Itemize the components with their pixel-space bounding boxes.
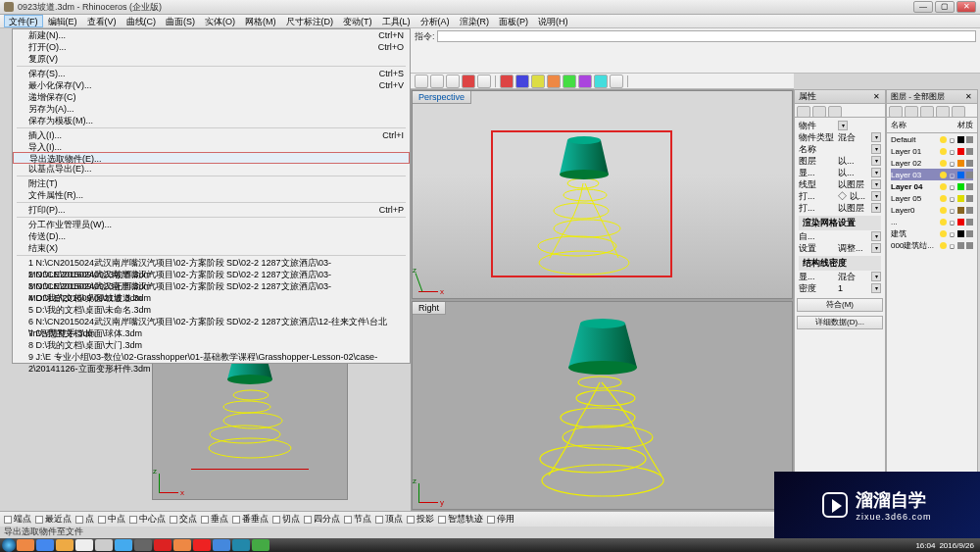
maximize-button[interactable]: ▢ (935, 1, 955, 13)
prop-dropdown[interactable]: ▾ (871, 144, 881, 154)
prop-dropdown[interactable]: ▾ (871, 283, 881, 293)
prop-dropdown[interactable]: ▾ (871, 132, 881, 142)
tb-icon-5[interactable] (500, 75, 514, 88)
layer-row[interactable]: 000建筑结...◻ (891, 239, 973, 251)
bulb-icon[interactable] (940, 148, 947, 155)
material-swatch[interactable] (966, 230, 973, 237)
osnap-check[interactable]: 顶点 (375, 513, 403, 526)
osnap-check[interactable]: 点 (75, 513, 94, 526)
dropdown-item[interactable]: 保存(S)...Ctrl+S (13, 68, 410, 79)
dropdown-item[interactable]: 5 D:\我的文档\桌面\未命名.3dm (13, 304, 410, 316)
type-dropdown[interactable]: ▾ (838, 121, 848, 130)
color-swatch[interactable] (957, 242, 964, 249)
osnap-check[interactable]: 停用 (487, 513, 514, 526)
viewport-right[interactable]: Right (412, 301, 793, 510)
layer-row[interactable]: 建筑◻ (891, 227, 973, 239)
material-swatch[interactable] (966, 172, 973, 178)
osnap-check[interactable]: 投影 (407, 513, 434, 526)
osnap-check[interactable]: 中心点 (129, 513, 166, 526)
menu-render[interactable]: 渲染(R) (455, 15, 495, 27)
lock-icon[interactable]: ◻ (949, 230, 956, 237)
prop-dropdown[interactable]: ▾ (871, 243, 881, 253)
osnap-check[interactable]: 切点 (272, 513, 300, 526)
minimize-button[interactable]: — (913, 1, 933, 13)
layers-close-icon[interactable]: ✕ (963, 92, 973, 102)
layer-row[interactable]: Layer 04◻ (891, 180, 973, 192)
layer-row[interactable]: Layer 01◻ (891, 145, 973, 157)
props-close-icon[interactable]: ✕ (871, 92, 881, 102)
props-tab-3[interactable] (828, 106, 842, 118)
tb-icon-10[interactable] (578, 75, 592, 88)
lock-icon[interactable]: ◻ (949, 160, 956, 167)
tb-icon-red[interactable] (462, 75, 475, 88)
osnap-check[interactable]: 节点 (344, 513, 371, 526)
prop-dropdown[interactable]: ▾ (871, 272, 881, 281)
dropdown-item[interactable]: 2 N:\CN2015024武汉南岸嘴汉汽项目\02-方案阶段 SD\02-2 … (13, 269, 410, 280)
prop-dropdown[interactable]: ▾ (871, 203, 881, 213)
dropdown-item[interactable]: 1 N:\CN2015024武汉南岸嘴汉汽项目\02-方案阶段 SD\02-2 … (13, 257, 410, 269)
dropdown-item[interactable]: 传送(D)... (13, 230, 410, 242)
props-tab-2[interactable] (812, 106, 826, 118)
dropdown-item[interactable]: 另存为(A)... (13, 103, 410, 115)
bulb-icon[interactable] (940, 172, 947, 178)
task-icon-4[interactable] (75, 539, 93, 551)
material-swatch[interactable] (966, 183, 973, 190)
osnap-check[interactable]: 交点 (170, 513, 197, 526)
dropdown-item[interactable]: 新建(N)...Ctrl+N (13, 29, 410, 41)
prop-dropdown[interactable]: ▾ (871, 156, 881, 166)
task-icon-5[interactable] (95, 539, 113, 551)
lock-icon[interactable]: ◻ (949, 207, 956, 214)
menu-help[interactable]: 说明(H) (533, 15, 573, 27)
layer-row[interactable]: Layer 02◻ (891, 157, 973, 169)
color-swatch[interactable] (957, 148, 964, 155)
layer-row[interactable]: Layer 05◻ (891, 192, 973, 204)
menu-analyze[interactable]: 分析(A) (416, 15, 455, 27)
dropdown-item[interactable]: 插入(I)...Ctrl+I (13, 129, 410, 141)
menu-file[interactable]: 文件(F) (4, 15, 43, 27)
dropdown-item[interactable]: 打印(P)...Ctrl+P (13, 204, 410, 216)
dropdown-item[interactable]: 附注(T) (13, 177, 410, 189)
tb-icon-3[interactable] (446, 75, 460, 88)
menu-transform[interactable]: 变动(T) (338, 15, 377, 27)
lock-icon[interactable]: ◻ (949, 219, 956, 226)
material-swatch[interactable] (966, 219, 973, 226)
layer-row[interactable]: Layer 03◻ (891, 169, 973, 180)
osnap-check[interactable]: 智慧轨迹 (438, 513, 483, 526)
material-swatch[interactable] (966, 242, 973, 249)
osnap-check[interactable]: 最近点 (35, 513, 72, 526)
tb-icon-1[interactable] (415, 75, 428, 88)
task-icon-8[interactable] (154, 539, 172, 551)
dropdown-item[interactable]: 打开(O)...Ctrl+O (13, 41, 410, 53)
menu-surface[interactable]: 曲面(S) (161, 15, 200, 27)
menu-view[interactable]: 查看(V) (82, 15, 122, 27)
menu-tools[interactable]: 工具(L) (377, 15, 416, 27)
lock-icon[interactable]: ◻ (949, 183, 956, 190)
color-swatch[interactable] (957, 183, 964, 190)
material-swatch[interactable] (966, 148, 973, 155)
ltb-3[interactable] (920, 106, 934, 118)
menu-edit[interactable]: 编辑(E) (43, 15, 82, 27)
bulb-icon[interactable] (940, 242, 947, 249)
dropdown-item[interactable]: 结束(X) (13, 242, 410, 254)
dropdown-item[interactable]: 4 D:\我的文档\桌面\坡道.3dm (13, 292, 410, 304)
task-icon-13[interactable] (252, 539, 270, 551)
material-swatch[interactable] (966, 207, 973, 214)
dropdown-item[interactable]: 3 N:\CN2015024武汉南岸嘴汉汽项目\02-方案阶段 SD\02-2 … (13, 280, 410, 292)
task-icon-7[interactable] (134, 539, 152, 551)
task-icon-2[interactable] (36, 539, 54, 551)
dropdown-item[interactable]: 8 D:\我的文档\桌面\大门.3dm (13, 339, 410, 351)
vp-label-right[interactable]: Right (413, 302, 446, 315)
task-icon-9[interactable] (173, 539, 191, 551)
ltb-1[interactable] (889, 106, 903, 118)
color-swatch[interactable] (957, 207, 964, 214)
task-icon-12[interactable] (232, 539, 250, 551)
bulb-icon[interactable] (940, 136, 947, 143)
ltb-2[interactable] (905, 106, 918, 118)
dropdown-item[interactable]: 复原(V) (13, 53, 410, 65)
close-button[interactable]: ✕ (956, 1, 976, 13)
dropdown-item[interactable]: 最小化保存(V)...Ctrl+V (13, 79, 410, 91)
dropdown-item[interactable]: 7 D:\我的文档\桌面\球体.3dm (13, 327, 410, 339)
tb-icon-4[interactable] (477, 75, 491, 88)
task-icon-11[interactable] (213, 539, 230, 551)
ltb-4[interactable] (936, 106, 950, 118)
